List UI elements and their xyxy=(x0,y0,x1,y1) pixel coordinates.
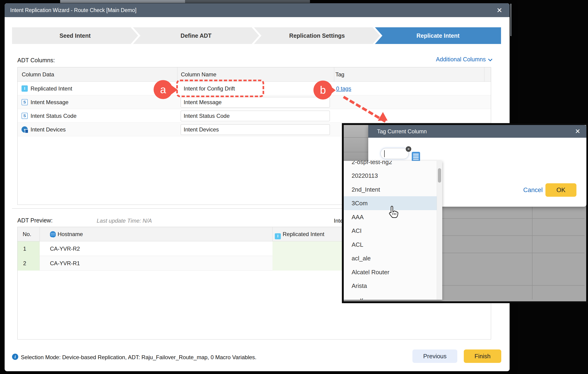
close-icon[interactable]: ✕ xyxy=(494,3,504,17)
dim-row-line xyxy=(442,253,585,253)
dialog-title: Intent Replication Wizard - Route Check … xyxy=(10,7,136,13)
previous-button[interactable]: Previous xyxy=(412,350,457,363)
last-update-time: Last update Time: N/A xyxy=(97,218,152,224)
column-header-no: No. xyxy=(23,227,31,241)
annotation-balloon-a-pointer xyxy=(171,85,178,95)
dimmed-table-strip xyxy=(344,125,368,161)
intent-icon: I xyxy=(275,233,281,239)
screen: Intent Replication Wizard - Route Check … xyxy=(0,0,588,374)
additional-columns-link[interactable]: Additional Columns xyxy=(430,56,491,63)
tag-column-overlay: Tag Current Column ✕ ✕ Cancel OK 2-ospf-… xyxy=(342,123,588,303)
hostname-cell: CA-YVR-R1 xyxy=(50,256,80,271)
string-icon: S xyxy=(21,113,28,119)
tag-list-item[interactable]: asdf xyxy=(344,294,437,300)
tag-list-icon[interactable] xyxy=(412,152,420,161)
row-label: Intent Status Code xyxy=(31,109,77,123)
column-name-input[interactable] xyxy=(181,111,330,121)
dim-row-line xyxy=(344,137,368,138)
header-divider xyxy=(177,67,178,82)
step-define-adt[interactable]: Define ADT xyxy=(133,27,259,44)
tag-list-item[interactable]: ACL xyxy=(344,238,437,252)
adt-columns-label: ADT Columns: xyxy=(17,57,55,64)
step-replication-settings[interactable]: Replication Settings xyxy=(254,27,380,44)
header-divider xyxy=(273,227,273,241)
tag-dialog-title: Tag Current Column xyxy=(377,128,427,135)
dim-column-line xyxy=(532,207,533,299)
tag-list-item[interactable]: ACI xyxy=(344,224,437,238)
database-icon xyxy=(50,231,56,237)
background-scrollbar-sliver xyxy=(510,4,511,36)
row-number-cell: 2 xyxy=(18,256,40,271)
table-row-intent-status-code: S Intent Status Code xyxy=(18,109,491,123)
dim-row-line xyxy=(442,285,585,286)
tag-list-item[interactable]: 2-ospf-test-ng2 xyxy=(344,161,437,169)
tag-list-item[interactable]: acl_ale xyxy=(344,251,437,265)
column-header-replicated-intent: IReplicated Intent xyxy=(275,227,324,241)
tag-list-item[interactable]: 20220113 xyxy=(344,169,437,182)
row-label: Intent Devices xyxy=(31,123,66,136)
scrollbar-thumb[interactable] xyxy=(438,168,441,182)
cursor-hand-icon xyxy=(387,205,400,221)
column-name-input[interactable] xyxy=(181,124,330,135)
header-divider xyxy=(40,227,40,241)
string-icon: S xyxy=(21,99,28,105)
annotation-dashed-highlight xyxy=(176,80,264,97)
dim-row-line xyxy=(344,152,368,152)
scrollbar-track[interactable] xyxy=(437,161,442,300)
hostname-cell: CA-YVR-R2 xyxy=(50,241,80,256)
tag-list-item[interactable]: 2nd_Intent xyxy=(344,182,437,196)
row-number-cell: 1 xyxy=(18,241,40,256)
step-replicate-intent[interactable]: Replicate Intent xyxy=(375,27,501,44)
header-divider xyxy=(334,67,334,82)
ok-button[interactable]: OK xyxy=(546,183,577,197)
row-label: Intent Message xyxy=(31,95,68,109)
tag-list-item[interactable]: Alcatel Router xyxy=(344,265,437,279)
dim-row-line xyxy=(442,218,585,219)
text-caret xyxy=(384,150,385,157)
background-window-sliver xyxy=(60,0,185,3)
column-header-tag: Tag xyxy=(336,67,345,82)
step-seed-intent[interactable]: Seed Intent xyxy=(12,27,138,44)
info-icon: i xyxy=(12,354,18,360)
finish-button[interactable]: Finish xyxy=(464,350,501,363)
adt-preview-label: ADT Preview: xyxy=(17,217,52,224)
table-row-intent-message: S Intent Message xyxy=(18,95,491,109)
intent-icon: I xyxy=(21,85,28,92)
dialog-titlebar: Intent Replication Wizard - Route Check … xyxy=(5,3,510,17)
background-window-sliver xyxy=(185,0,310,3)
column-name-input[interactable] xyxy=(181,97,330,108)
zero-tags-link[interactable]: 0 tags xyxy=(336,82,351,95)
selection-mode-status: Selection Mode: Device-based Replication… xyxy=(21,354,257,361)
annotation-balloon-b-pointer xyxy=(330,86,336,95)
header-divider xyxy=(484,67,484,82)
column-header-column-data: Column Data xyxy=(22,67,54,82)
cancel-button[interactable]: Cancel xyxy=(523,187,543,194)
wizard-steps: Seed Intent Define ADT Replication Setti… xyxy=(12,27,501,44)
tag-dropdown-list: 2-ospf-test-ng2 20220113 2nd_Intent 3Com… xyxy=(344,161,442,300)
tag-list-item[interactable]: Arista xyxy=(344,279,437,293)
annotation-balloon-a: a xyxy=(154,80,173,99)
column-header-hostname: Hostname xyxy=(50,227,83,241)
devices-icon: + xyxy=(21,126,28,133)
close-icon[interactable]: ✕ xyxy=(575,128,580,135)
dim-row-line xyxy=(442,235,585,236)
tag-search-input[interactable] xyxy=(380,148,409,159)
row-label: Replicated Intent xyxy=(31,82,72,95)
clear-input-icon[interactable]: ✕ xyxy=(406,146,411,152)
tag-dialog-titlebar: Tag Current Column ✕ xyxy=(368,125,586,138)
